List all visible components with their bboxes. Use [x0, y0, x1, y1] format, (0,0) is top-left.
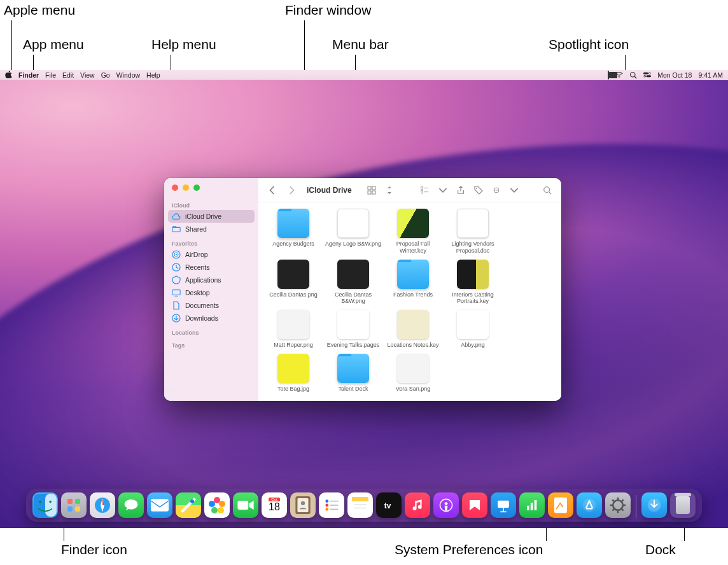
file-item[interactable]: Interiors Casting Portraits.key [443, 260, 503, 305]
actions-button[interactable] [490, 184, 503, 197]
annotation-apple-menu: Apple menu [4, 3, 75, 18]
dock-app-news[interactable] [462, 492, 487, 518]
menu-help[interactable]: Help [146, 71, 160, 79]
spotlight-icon[interactable] [629, 71, 637, 79]
share-button[interactable] [454, 184, 467, 197]
menu-go[interactable]: Go [101, 71, 110, 79]
svg-rect-36 [67, 506, 73, 512]
file-label: Talent Deck [323, 386, 383, 393]
svg-point-46 [301, 501, 305, 505]
file-label: Lighting Vendors Proposal.doc [443, 241, 503, 255]
svg-line-29 [549, 192, 552, 194]
nav-forward-button[interactable] [285, 184, 298, 197]
svg-rect-37 [75, 506, 80, 512]
menu-edit[interactable]: Edit [62, 71, 74, 79]
menu-view[interactable]: View [80, 71, 95, 79]
sidebar-item-desktop[interactable]: Desktop [164, 286, 258, 299]
dock-app-maps[interactable] [176, 492, 201, 518]
dock-app-app-store[interactable] [577, 492, 602, 518]
file-item[interactable]: Matt Roper.png [263, 310, 323, 349]
chevron-down-icon[interactable] [508, 184, 521, 197]
file-item[interactable]: Cecilia Dantas.png [263, 260, 323, 305]
svg-point-10 [176, 254, 177, 255]
app-menu[interactable]: Finder [18, 71, 39, 79]
svg-line-74 [621, 508, 623, 510]
sidebar-item-label: Documents [185, 302, 219, 309]
file-item[interactable]: Tote Bag.jpg [263, 354, 323, 393]
sidebar-item-airdrop[interactable]: AirDrop [164, 248, 258, 261]
view-switch-button[interactable] [383, 184, 396, 197]
dock-app-photos[interactable] [204, 492, 230, 518]
dock-app-numbers[interactable] [519, 492, 545, 518]
file-item[interactable]: Cecilia Dantas B&W.png [323, 260, 383, 305]
dock-app-mail[interactable] [147, 492, 172, 518]
file-item[interactable]: Vera San.png [383, 354, 443, 393]
apple-menu-icon[interactable] [5, 71, 12, 80]
dock-app-keynote[interactable] [491, 492, 516, 518]
file-thumbnail [397, 209, 429, 238]
sidebar-item-label: iCloud Drive [185, 213, 221, 220]
control-center-icon[interactable] [643, 71, 651, 79]
sidebar-item-icloud-drive[interactable]: iCloud Drive [168, 210, 255, 223]
clock-icon [172, 263, 181, 272]
svg-point-59 [445, 502, 448, 505]
svg-point-1 [631, 72, 636, 77]
group-by-button[interactable] [419, 184, 431, 197]
svg-rect-54 [352, 501, 368, 513]
svg-rect-15 [368, 186, 371, 190]
dock-app-messages[interactable] [118, 492, 144, 518]
dock-app-calendar[interactable]: Oct18 [262, 492, 287, 518]
dock-app-finder[interactable] [32, 492, 58, 518]
file-item[interactable]: Talent Deck [323, 354, 383, 393]
dock-app-reminders[interactable] [319, 492, 344, 518]
dock-app-system-preferences[interactable] [605, 492, 631, 518]
sidebar-item-recents[interactable]: Recents [164, 261, 258, 274]
svg-line-73 [612, 499, 614, 501]
sidebar-item-applications[interactable]: Applications [164, 274, 258, 286]
file-item[interactable]: Fashion Trends [383, 260, 443, 305]
dock-app-notes[interactable] [347, 492, 373, 518]
menubar-date[interactable]: Mon Oct 18 [657, 71, 692, 79]
sidebar-item-shared[interactable]: Shared [164, 223, 258, 235]
toolbar-search-button[interactable] [541, 184, 554, 197]
file-item[interactable]: Locations Notes.key [383, 310, 443, 349]
dock-app-safari[interactable] [90, 492, 115, 518]
dock-app-music[interactable] [405, 492, 430, 518]
window-close-button[interactable] [172, 185, 178, 191]
view-icons-button[interactable] [365, 184, 378, 197]
annotation-menu-bar: Menu bar [332, 37, 389, 52]
file-item[interactable]: Ageny Logo B&W.png [323, 209, 383, 255]
file-label: Interiors Casting Portraits.key [443, 291, 503, 305]
sidebar-item-downloads[interactable]: Downloads [164, 312, 258, 324]
dock-app-trash[interactable] [670, 492, 696, 518]
dock-app-podcasts[interactable] [433, 492, 459, 518]
file-item[interactable]: Abby.png [443, 310, 503, 349]
menu-file[interactable]: File [45, 71, 56, 79]
finder-file-grid: Agency BudgetsAgeny Logo B&W.pngProposal… [258, 202, 561, 401]
chevron-down-icon[interactable] [437, 184, 449, 197]
dock-app-launchpad[interactable] [61, 492, 87, 518]
sidebar-section-label: Favorites [164, 239, 258, 248]
file-item[interactable]: Agency Budgets [263, 209, 323, 255]
svg-point-42 [190, 499, 194, 503]
dock-app-tv[interactable]: tv [376, 492, 402, 518]
window-minimize-button[interactable] [183, 185, 189, 191]
dock-app-facetime[interactable] [233, 492, 258, 518]
window-maximize-button[interactable] [193, 185, 200, 191]
finder-main: iCloud Drive Agency BudgetsAgeny Logo B&… [258, 178, 561, 401]
file-item[interactable]: Lighting Vendors Proposal.doc [443, 209, 503, 255]
sidebar-item-documents[interactable]: Documents [164, 299, 258, 312]
file-item[interactable]: Proposal Fall Winter.key [383, 209, 443, 255]
dock-app-pages[interactable] [548, 492, 573, 518]
battery-status-icon[interactable] [608, 71, 609, 79]
dock-app-downloads[interactable] [641, 492, 667, 518]
nav-back-button[interactable] [266, 184, 279, 197]
dock-app-contacts[interactable] [290, 492, 316, 518]
menu-window[interactable]: Window [116, 71, 140, 79]
airdrop-icon [172, 250, 181, 259]
cloud-icon [172, 212, 181, 221]
file-item[interactable]: Evening Talks.pages [323, 310, 383, 349]
svg-rect-5 [647, 75, 652, 77]
tags-button[interactable] [472, 184, 485, 197]
menubar-time[interactable]: 9:41 AM [698, 71, 723, 79]
